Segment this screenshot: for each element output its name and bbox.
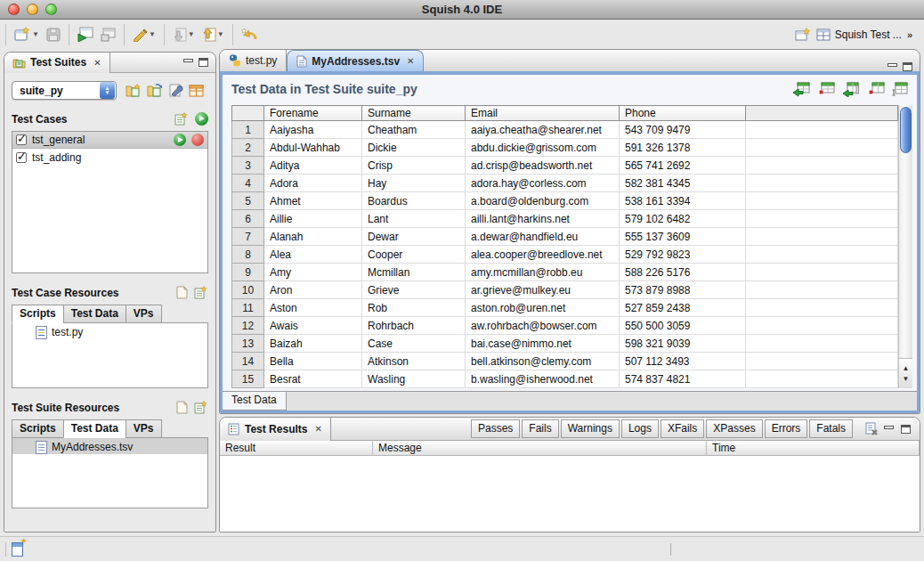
table-cell[interactable]: Dickie xyxy=(362,139,466,157)
table-cell[interactable]: aaiya.cheatha@shearer.net xyxy=(466,121,620,139)
test-case-row[interactable]: tst_adding xyxy=(12,149,207,166)
table-cell[interactable]: 529 792 9823 xyxy=(620,246,746,264)
results-column-message[interactable]: Message xyxy=(373,441,707,455)
table-cell[interactable]: Rohrbach xyxy=(362,317,466,335)
table-cell[interactable]: Cheatham xyxy=(362,121,466,139)
table-row[interactable]: 14BellaAtkinsonbell.atkinson@clemy.com50… xyxy=(232,353,898,370)
table-cell[interactable]: Amy xyxy=(264,264,362,281)
record-dropdown-icon[interactable]: ▼ xyxy=(149,31,156,38)
table-row[interactable]: 11AstonRobaston.rob@uren.net527 859 2438 xyxy=(232,299,898,317)
maximize-editor-icon[interactable] xyxy=(903,62,912,71)
resource-tab-vps[interactable]: VPs xyxy=(126,305,162,323)
filter-button-passes[interactable]: Passes xyxy=(471,419,520,438)
close-results-icon[interactable]: ✕ xyxy=(314,424,321,434)
table-cell[interactable]: b.wasling@isherwood.net xyxy=(466,370,620,388)
resource-tab-test-data[interactable]: Test Data xyxy=(63,419,126,438)
tab-test-py[interactable]: test.py xyxy=(220,50,287,71)
filter-button-logs[interactable]: Logs xyxy=(621,419,659,438)
vertical-scrollbar[interactable]: ▲ ▼ xyxy=(898,105,912,388)
row-number-cell[interactable]: 1 xyxy=(232,121,264,139)
minimize-results-icon[interactable] xyxy=(884,426,894,429)
table-cell[interactable]: 538 161 3394 xyxy=(620,192,746,210)
table-cell[interactable]: 543 709 9479 xyxy=(620,121,746,139)
table-cell[interactable]: 591 326 1378 xyxy=(620,139,746,157)
filter-button-errors[interactable]: Errors xyxy=(765,419,808,438)
table-cell[interactable]: ailli.lant@harkins.net xyxy=(466,210,620,228)
table-cell[interactable]: a.dewar@handfield.eu xyxy=(466,228,620,246)
row-number-cell[interactable]: 14 xyxy=(232,353,264,370)
fast-view-icon[interactable] xyxy=(12,542,23,557)
sheet-tab-test-data[interactable]: Test Data xyxy=(223,392,287,411)
table-cell[interactable]: Crisp xyxy=(362,157,466,175)
table-row[interactable]: 13BaizahCasebai.case@nimmo.net598 321 90… xyxy=(232,335,898,353)
scroll-down-icon[interactable]: ▼ xyxy=(903,375,910,383)
table-cell[interactable]: 579 102 6482 xyxy=(620,210,746,228)
filter-button-fails[interactable]: Fails xyxy=(522,419,558,438)
table-cell[interactable]: Adora xyxy=(264,175,362,192)
new-folder-icon[interactable] xyxy=(126,84,142,97)
undo-button[interactable] xyxy=(239,26,260,44)
table-cell[interactable]: ad.crisp@beadsworth.net xyxy=(466,157,620,175)
table-cell[interactable]: bai.case@nimmo.net xyxy=(466,335,620,353)
close-view-icon[interactable]: ✕ xyxy=(93,58,101,68)
row-number-cell[interactable]: 13 xyxy=(232,335,264,353)
table-cell[interactable]: aw.rohrbach@bowser.com xyxy=(466,317,620,335)
table-row[interactable]: 1AaiyashaCheathamaaiya.cheatha@shearer.n… xyxy=(232,121,898,139)
table-cell[interactable]: 598 321 9039 xyxy=(620,335,746,353)
row-number-cell[interactable]: 3 xyxy=(232,157,264,175)
results-column-result[interactable]: Result xyxy=(220,441,373,455)
table-cell[interactable]: Besrat xyxy=(264,370,362,388)
test-case-row[interactable]: tst_general xyxy=(12,132,207,149)
table-cell[interactable]: Rob xyxy=(362,299,466,317)
step-over-button[interactable]: ▼ xyxy=(200,26,226,44)
table-cell[interactable]: 507 112 3493 xyxy=(620,353,746,370)
grid-server-icon[interactable] xyxy=(189,85,204,97)
results-column-time[interactable]: Time xyxy=(707,441,920,455)
row-number-cell[interactable]: 7 xyxy=(232,228,264,246)
minimize-view-icon[interactable] xyxy=(183,59,193,62)
step-into-dropdown-icon[interactable]: ▼ xyxy=(188,31,195,38)
row-number-cell[interactable]: 4 xyxy=(232,175,264,192)
column-header-phone[interactable]: Phone xyxy=(620,106,746,121)
row-number-cell[interactable]: 8 xyxy=(232,246,264,264)
row-number-cell[interactable]: 2 xyxy=(232,139,264,157)
table-cell[interactable]: Aston xyxy=(264,299,362,317)
wrench-settings-icon[interactable] xyxy=(168,84,183,97)
table-cell[interactable]: Aaiyasha xyxy=(264,121,362,139)
table-cell[interactable]: a.board@oldenburg.com xyxy=(466,192,620,210)
table-cell[interactable]: bell.atkinson@clemy.com xyxy=(466,353,620,370)
maximize-results-icon[interactable] xyxy=(901,425,911,434)
new-file-icon[interactable] xyxy=(176,286,188,299)
combo-stepper-icon[interactable]: ▲▼ xyxy=(100,82,115,99)
column-header-surname[interactable]: Surname xyxy=(362,106,466,121)
run-test-case-icon[interactable] xyxy=(174,134,186,146)
delete-row-icon[interactable] xyxy=(817,82,835,97)
format-table-icon[interactable] xyxy=(892,82,908,97)
table-cell[interactable]: 588 226 5176 xyxy=(620,264,746,281)
filter-button-xpasses[interactable]: XPasses xyxy=(706,419,762,438)
row-number-cell[interactable]: 10 xyxy=(232,281,264,299)
table-cell[interactable]: Boardus xyxy=(362,192,466,210)
status-drag-handle[interactable] xyxy=(670,543,671,556)
row-number-cell[interactable]: 15 xyxy=(232,370,264,388)
table-cell[interactable]: ar.grieve@mulkey.eu xyxy=(466,281,620,299)
table-cell[interactable]: Case xyxy=(362,335,466,353)
insert-column-icon[interactable] xyxy=(842,82,860,97)
new-file-button[interactable]: ▼ xyxy=(12,25,41,44)
table-row[interactable]: 7AlanahDewara.dewar@handfield.eu555 137 … xyxy=(232,228,898,246)
table-cell[interactable]: Abdul-Wahhab xyxy=(264,139,362,157)
new-test-case-icon[interactable] xyxy=(174,112,189,126)
table-cell[interactable]: Atkinson xyxy=(362,353,466,370)
table-row[interactable]: 9AmyMcmillanamy.mcmillan@robb.eu588 226 … xyxy=(232,264,898,281)
new-resource-icon[interactable] xyxy=(194,286,208,299)
table-cell[interactable]: 527 859 2438 xyxy=(620,299,746,317)
table-row[interactable]: 12AwaisRohrbachaw.rohrbach@bowser.com550… xyxy=(232,317,898,335)
open-perspective-button[interactable] xyxy=(795,28,811,42)
resource-file-row[interactable]: test.py xyxy=(12,323,207,339)
open-folder-icon[interactable] xyxy=(147,84,163,97)
row-number-cell[interactable]: 11 xyxy=(232,299,264,317)
tab-myaddresses-tsv[interactable]: MyAddresses.tsv ✕ xyxy=(287,50,424,71)
table-cell[interactable]: Ahmet xyxy=(264,192,362,210)
table-cell[interactable]: Awais xyxy=(264,317,362,335)
table-row[interactable]: 10AronGrievear.grieve@mulkey.eu573 879 8… xyxy=(232,281,898,299)
